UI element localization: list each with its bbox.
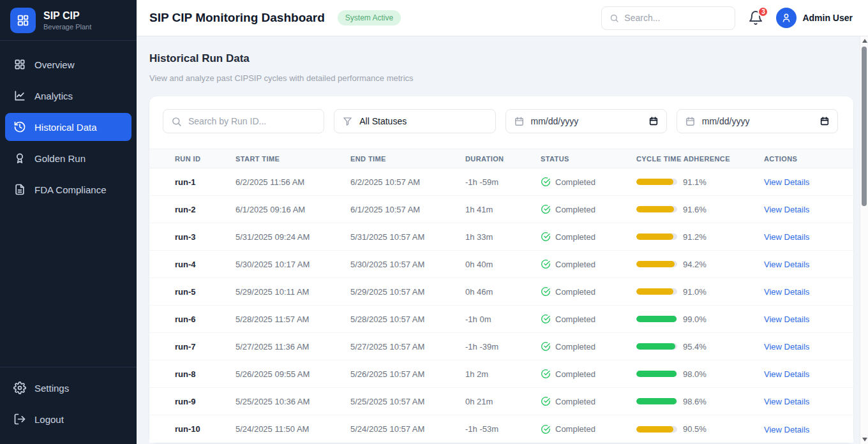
table-row: run-7 5/27/2025 11:36 AM 5/27/2025 10:57… (149, 333, 853, 360)
check-circle-icon (541, 314, 551, 324)
global-search[interactable] (601, 6, 735, 30)
avatar (776, 8, 797, 28)
table-row: run-6 5/28/2025 11:57 AM 5/28/2025 10:57… (149, 306, 853, 333)
view-details-link[interactable]: View Details (764, 232, 809, 242)
column-header-duration: DURATION (465, 155, 541, 163)
check-circle-icon (541, 232, 551, 242)
table-body: run-1 6/2/2025 11:56 AM 6/2/2025 10:57 A… (149, 168, 853, 443)
user-icon (781, 12, 792, 24)
table-row: run-2 6/1/2025 09:16 AM 6/1/2025 10:57 A… (149, 196, 853, 223)
check-circle-icon (541, 177, 551, 187)
history-clock-icon (13, 121, 26, 133)
adherence-bar (636, 261, 677, 267)
sidebar-item-overview[interactable]: Overview (5, 50, 131, 78)
sidebar-footer: Settings Logout (0, 367, 137, 444)
page-content: Historical Run Data View and analyze pas… (137, 36, 868, 444)
start-date-input[interactable]: mm/dd/yyyy (505, 109, 667, 133)
check-circle-icon (541, 286, 551, 297)
search-icon (171, 116, 182, 127)
sidebar-item-analytics[interactable]: Analytics (5, 82, 131, 110)
dashboard-grid-icon (13, 58, 26, 71)
date-picker-icon[interactable] (819, 116, 830, 126)
check-circle-icon (541, 259, 551, 269)
view-details-link[interactable]: View Details (764, 177, 809, 187)
calendar-icon (685, 116, 696, 127)
view-details-link[interactable]: View Details (764, 342, 809, 352)
adherence-bar (636, 179, 677, 185)
adherence-bar (636, 398, 677, 404)
search-icon (610, 13, 619, 24)
adherence-bar (636, 233, 677, 240)
runs-table: RUN ID START TIME END TIME DURATION STAT… (149, 149, 853, 443)
run-id-search-input[interactable] (188, 116, 316, 126)
table-header-row: RUN ID START TIME END TIME DURATION STAT… (149, 149, 853, 168)
sidebar-item-label: Analytics (34, 91, 73, 101)
check-circle-icon (541, 341, 551, 352)
app-title: SIP CIP (43, 10, 91, 22)
start-date-value: mm/dd/yyyy (531, 116, 642, 126)
adherence-bar (636, 371, 677, 377)
scrollbar-thumb[interactable] (862, 47, 867, 206)
calendar-icon (514, 116, 525, 127)
top-bar-actions: 3 Admin User (601, 6, 853, 30)
check-circle-icon (541, 204, 551, 214)
table-row: run-1 6/2/2025 11:56 AM 6/2/2025 10:57 A… (149, 168, 853, 196)
table-row: run-3 5/31/2025 09:24 AM 5/31/2025 10:57… (149, 223, 853, 251)
column-header-start-time: START TIME (236, 155, 350, 163)
column-header-cycle-time-adherence: CYCLE TIME ADHERENCE (636, 155, 764, 163)
table-row: run-5 5/29/2025 10:11 AM 5/29/2025 10:57… (149, 278, 853, 306)
vertical-scrollbar[interactable] (860, 36, 868, 444)
scrollbar-down-arrow-icon[interactable] (862, 438, 867, 441)
app-subtitle: Beverage Plant (43, 23, 91, 31)
sidebar-item-label: FDA Compliance (34, 184, 107, 195)
date-picker-icon[interactable] (648, 116, 659, 126)
app-logo-icon (10, 8, 36, 33)
sidebar-item-label: Golden Run (34, 153, 86, 164)
check-circle-icon (541, 369, 551, 379)
end-date-input[interactable]: mm/dd/yyyy (677, 109, 838, 133)
gear-icon (13, 381, 26, 394)
dashboard-grid-icon (16, 13, 30, 27)
column-header-end-time: END TIME (350, 155, 465, 163)
view-details-link[interactable]: View Details (764, 369, 809, 379)
status-filter-select[interactable]: All Statuses (334, 109, 495, 133)
sidebar-item-settings[interactable]: Settings (5, 374, 131, 402)
notifications-button[interactable]: 3 (748, 10, 763, 26)
page-subtitle: View and analyze past CIPSIP cycles with… (149, 73, 853, 83)
system-status-badge: System Active (338, 10, 401, 26)
run-id-search[interactable] (163, 109, 324, 133)
view-details-link[interactable]: View Details (764, 260, 809, 269)
table-row: run-4 5/30/2025 10:17 AM 5/30/2025 10:57… (149, 251, 853, 278)
user-menu[interactable]: Admin User (776, 8, 853, 28)
sidebar-item-historical-data[interactable]: Historical Data (5, 113, 131, 141)
scrollbar-up-arrow-icon[interactable] (862, 39, 867, 43)
adherence-bar (636, 316, 677, 322)
notification-count-badge: 3 (758, 6, 768, 17)
view-details-link[interactable]: View Details (764, 287, 809, 297)
sidebar-item-logout[interactable]: Logout (5, 405, 131, 433)
filter-funnel-icon (342, 116, 353, 127)
table-row: run-10 5/24/2025 11:50 AM 5/24/2025 10:5… (149, 415, 853, 443)
check-circle-icon (541, 396, 551, 406)
end-date-value: mm/dd/yyyy (702, 116, 813, 126)
user-name: Admin User (802, 13, 853, 23)
award-medal-icon (13, 152, 26, 165)
sidebar-item-label: Historical Data (34, 122, 97, 133)
view-details-link[interactable]: View Details (764, 205, 809, 214)
view-details-link[interactable]: View Details (764, 314, 809, 324)
global-search-input[interactable] (624, 13, 727, 23)
sidebar-nav: Overview Analytics Historical Data Golde… (0, 41, 137, 367)
sidebar-item-fda-compliance[interactable]: FDA Compliance (5, 175, 131, 204)
adherence-bar (636, 206, 677, 212)
adherence-bar (636, 426, 677, 433)
view-details-link[interactable]: View Details (764, 397, 809, 406)
sidebar-item-label: Logout (34, 414, 64, 425)
sidebar: SIP CIP Beverage Plant Overview Analytic… (0, 0, 137, 444)
column-header-actions: ACTIONS (764, 155, 843, 163)
column-header-run-id: RUN ID (175, 155, 236, 163)
dashboard-title: SIP CIP Monitoring Dashboard (149, 11, 325, 25)
view-details-link[interactable]: View Details (764, 425, 809, 434)
page-title: Historical Run Data (149, 52, 853, 65)
filters-row: All Statuses mm/dd/yyyy mm/dd/yyyy (163, 109, 838, 133)
sidebar-item-golden-run[interactable]: Golden Run (5, 144, 131, 172)
